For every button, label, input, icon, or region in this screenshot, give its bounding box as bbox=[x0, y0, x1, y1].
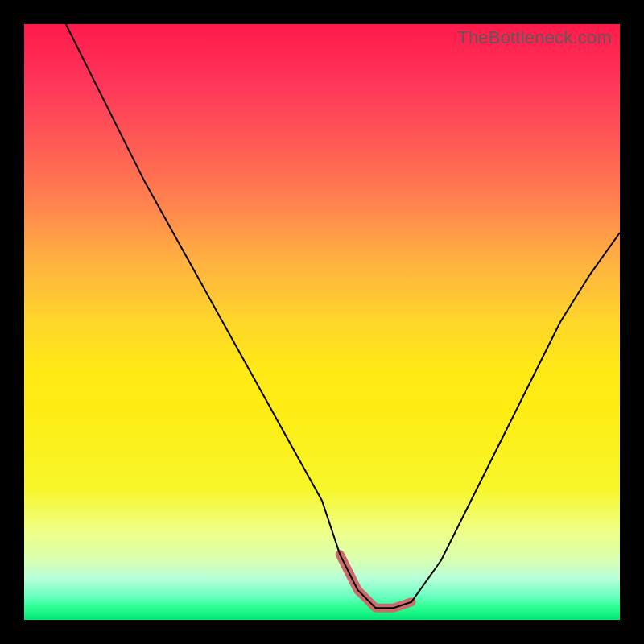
chart-frame: TheBottleneck.com bbox=[0, 0, 644, 644]
plot-area: TheBottleneck.com bbox=[24, 24, 620, 620]
optimal-range-highlight bbox=[340, 555, 411, 609]
bottleneck-curve bbox=[66, 24, 620, 608]
curve-layer bbox=[24, 24, 620, 620]
